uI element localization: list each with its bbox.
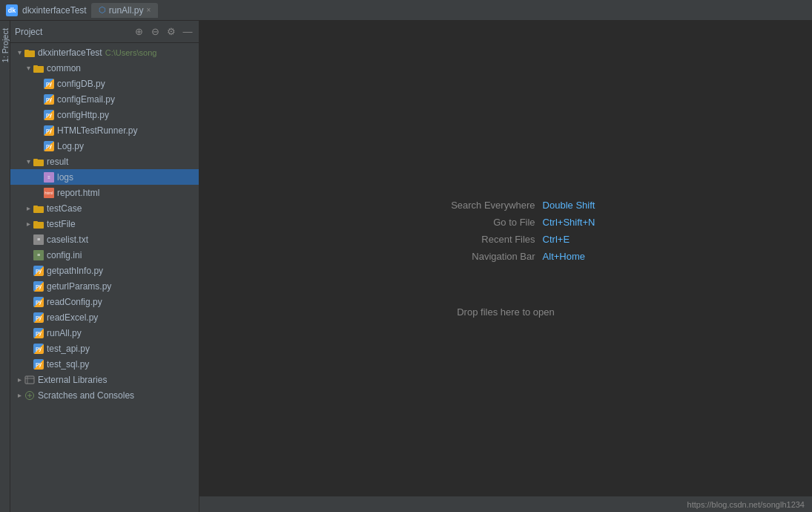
list-item[interactable]: ≡ caselist.txt <box>10 232 199 247</box>
logs-file-icon: ≡ <box>43 172 55 183</box>
item-label: Log.py <box>57 141 84 151</box>
root-path: C:\Users\song <box>105 48 157 57</box>
scratch-icon <box>24 390 36 401</box>
root-arrow <box>15 48 24 57</box>
tree-root[interactable]: dkxinterfaceTest C:\Users\song <box>10 45 199 60</box>
shortcut-label-recent: Recent Files <box>417 234 535 245</box>
list-item[interactable]: testCase <box>10 200 199 216</box>
list-item[interactable]: py runAll.py <box>10 325 199 341</box>
py-file-icon: py <box>33 266 44 276</box>
folder-icon <box>33 157 44 167</box>
item-label: common <box>47 63 81 73</box>
item-label: configDB.py <box>57 79 105 89</box>
list-item[interactable]: py readConfig.py <box>10 294 199 309</box>
item-label: configEmail.py <box>57 94 115 105</box>
sidebar-header: Project ⊕ ⊖ ⚙ — <box>10 21 199 43</box>
app-title: dkxinterfaceTest <box>22 5 87 16</box>
shortcut-row: Search Everywhere Double Shift <box>417 200 595 211</box>
list-item[interactable]: py configEmail.py <box>10 91 199 107</box>
py-file-icon: py <box>43 125 55 136</box>
sidebar: Project ⊕ ⊖ ⚙ — dkxinterfaceTest <box>10 21 199 512</box>
item-label: Scratches and Consoles <box>38 390 134 401</box>
folder-icon <box>33 219 44 229</box>
list-item[interactable]: testFile <box>10 216 199 232</box>
shortcut-label-goto: Go to File <box>417 217 535 228</box>
list-item[interactable]: External Libraries <box>10 372 199 387</box>
py-file-icon: py <box>33 344 44 354</box>
status-url: https://blog.csdn.net/songlh1234 <box>687 500 805 509</box>
item-label: result <box>47 157 68 167</box>
tab-label: runAll.py <box>109 5 144 16</box>
item-label: logs <box>57 172 73 183</box>
shortcut-row: Go to File Ctrl+Shift+N <box>417 217 595 228</box>
welcome-screen: Search Everywhere Double Shift Go to Fil… <box>199 21 812 496</box>
list-item[interactable]: py HTMLTestRunner.py <box>10 122 199 138</box>
shortcut-key-search: Double Shift <box>543 200 595 211</box>
svg-rect-5 <box>33 159 38 160</box>
sidebar-actions: ⊕ ⊖ ⚙ — <box>132 25 194 39</box>
item-label: configHttp.py <box>57 110 109 120</box>
list-item[interactable]: py test_api.py <box>10 341 199 356</box>
folder-arrow <box>24 157 33 166</box>
list-item[interactable]: py configHttp.py <box>10 107 199 122</box>
folder-arrow <box>15 375 24 384</box>
py-file-icon: py <box>33 297 44 307</box>
list-item[interactable]: html report.html <box>10 185 199 200</box>
py-file-icon: py <box>43 79 55 89</box>
svg-rect-2 <box>33 66 44 73</box>
svg-rect-10 <box>25 376 34 384</box>
shortcut-label-search: Search Everywhere <box>417 200 535 211</box>
list-item[interactable]: py test_sql.py <box>10 356 199 372</box>
editor-tab[interactable]: ⬡ runAll.py × <box>91 3 159 18</box>
root-label: dkxinterfaceTest <box>38 47 102 58</box>
list-item[interactable]: common <box>10 60 199 76</box>
folder-arrow <box>24 64 33 73</box>
item-label: caselist.txt <box>47 234 88 245</box>
html-file-icon: html <box>43 188 55 198</box>
drop-hint: Drop files here to open <box>457 306 555 318</box>
item-label: test_sql.py <box>47 359 89 370</box>
list-item[interactable]: py configDB.py <box>10 76 199 91</box>
shortcut-row: Recent Files Ctrl+E <box>417 234 595 245</box>
item-label: External Libraries <box>38 375 107 385</box>
py-file-icon: py <box>33 359 44 370</box>
list-item[interactable]: py getpathInfo.py <box>10 263 199 278</box>
project-tree: dkxinterfaceTest C:\Users\song common <box>10 43 199 512</box>
ini-file-icon: ≡ <box>33 250 44 260</box>
py-file-icon: py <box>33 312 44 323</box>
scratches-and-consoles-item[interactable]: Scratches and Consoles <box>10 387 199 403</box>
shortcut-key-nav: Alt+Home <box>543 251 585 262</box>
list-item[interactable]: ≡ logs <box>10 169 199 185</box>
project-tab-label[interactable]: 1: Project <box>0 24 11 67</box>
svg-rect-7 <box>33 206 38 207</box>
list-item[interactable]: result <box>10 154 199 169</box>
list-item[interactable]: py geturlParams.py <box>10 278 199 294</box>
folder-icon <box>33 63 44 73</box>
item-label: testCase <box>47 203 82 214</box>
py-file-icon: py <box>33 281 44 292</box>
item-label: runAll.py <box>47 328 82 338</box>
list-item[interactable]: py Log.py <box>10 138 199 154</box>
collapse-all-button[interactable]: ⊖ <box>148 25 162 39</box>
folder-arrow <box>15 391 24 400</box>
py-file-icon: py <box>33 328 44 338</box>
list-item[interactable]: py readExcel.py <box>10 309 199 325</box>
list-item[interactable]: ≡ config.ini <box>10 247 199 263</box>
tab-close-button[interactable]: × <box>146 6 151 14</box>
root-folder-icon <box>24 47 36 58</box>
svg-rect-9 <box>33 221 38 223</box>
expand-all-button[interactable]: ⊕ <box>132 25 145 39</box>
svg-rect-0 <box>24 50 35 57</box>
folder-icon <box>33 203 44 214</box>
tab-icon: ⬡ <box>99 5 106 15</box>
svg-rect-1 <box>24 50 29 51</box>
item-label: testFile <box>47 219 76 229</box>
py-file-icon: py <box>43 110 55 120</box>
py-file-icon: py <box>43 141 55 151</box>
minimize-button[interactable]: — <box>181 25 194 39</box>
shortcut-label-nav: Navigation Bar <box>417 251 535 262</box>
txt-file-icon: ≡ <box>33 234 44 245</box>
shortcut-key-goto: Ctrl+Shift+N <box>543 217 595 228</box>
ext-lib-icon <box>24 375 36 385</box>
settings-button[interactable]: ⚙ <box>165 25 178 39</box>
